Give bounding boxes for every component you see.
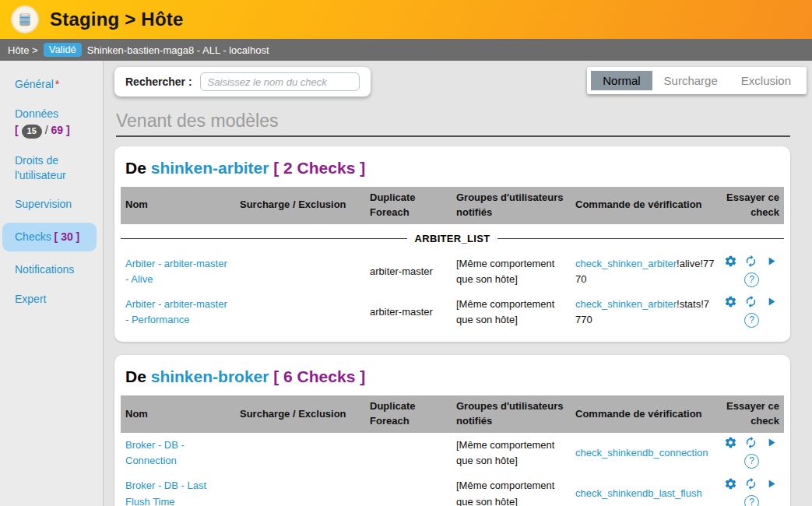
help-icon[interactable]: ? bbox=[744, 495, 759, 506]
card-title: De shinken-arbiter [ 2 Checks ] bbox=[125, 159, 779, 177]
actions-cell: ? bbox=[719, 473, 784, 506]
sync-icon[interactable] bbox=[744, 255, 758, 268]
duplicate-cell bbox=[365, 433, 452, 473]
groups-cell: [Même comportement que son hôte] bbox=[452, 292, 571, 332]
checks-table: Nom Surcharge / Exclusion Duplicate Fore… bbox=[121, 187, 784, 332]
mode-tab-bar: Normal Surcharge Exclusion bbox=[587, 67, 807, 94]
groups-cell: [Même comportement que son hôte] bbox=[452, 473, 571, 506]
card-title-prefix: De bbox=[125, 367, 146, 385]
gear-icon[interactable] bbox=[724, 295, 737, 308]
play-icon[interactable] bbox=[765, 255, 778, 268]
tab-normal[interactable]: Normal bbox=[591, 71, 652, 90]
help-icon[interactable]: ? bbox=[744, 313, 759, 328]
sidebar-item-label: Général bbox=[15, 78, 54, 90]
page-title: Staging > Hôte bbox=[50, 9, 183, 30]
template-link[interactable]: shinken-broker bbox=[151, 367, 269, 385]
help-icon[interactable]: ? bbox=[744, 272, 759, 287]
col-essayer: Essayer ce check bbox=[719, 187, 784, 224]
required-mark: * bbox=[55, 78, 59, 90]
surcharge-cell bbox=[235, 292, 365, 332]
col-surcharge: Surcharge / Exclusion bbox=[235, 395, 365, 433]
col-essayer: Essayer ce check bbox=[719, 395, 784, 433]
actions-cell: ? bbox=[719, 251, 784, 292]
bracket: [ bbox=[15, 124, 19, 136]
main-content: Rechercher : Normal Surcharge Exclusion … bbox=[104, 61, 812, 506]
template-card-broker: De shinken-broker [ 6 Checks ] Nom Surch… bbox=[114, 355, 790, 506]
col-nom: Nom bbox=[121, 187, 235, 224]
gear-icon[interactable] bbox=[724, 255, 737, 268]
play-icon[interactable] bbox=[765, 295, 778, 308]
sidebar-item-label: Données bbox=[15, 107, 58, 120]
group-separator-row: ARBITER_LIST bbox=[121, 224, 784, 251]
slash: / bbox=[45, 124, 48, 136]
sidebar-item-checks[interactable]: Checks [ 30 ] bbox=[2, 223, 97, 251]
sidebar-item-label: Notifications bbox=[15, 263, 74, 276]
breadcrumb-host: Shinken-bastien-maga8 - ALL - localhost bbox=[87, 44, 269, 56]
table-row: Broker - DB - Connection [Même comportem… bbox=[121, 433, 784, 473]
command-link[interactable]: check_shinken_arbiter bbox=[575, 298, 677, 310]
command-link[interactable]: check_shinken_arbiter bbox=[575, 258, 677, 269]
card-title-prefix: De bbox=[125, 159, 146, 177]
check-name-link[interactable]: Arbiter - arbiter-master - Performance bbox=[125, 298, 227, 325]
col-commande: Commande de vérification bbox=[571, 395, 719, 433]
count-badge: 15 bbox=[22, 125, 42, 139]
table-row: Arbiter - arbiter-master - Performance a… bbox=[121, 292, 784, 332]
command-cell: check_shinken_arbiter!stats!7770 bbox=[571, 292, 719, 332]
separator-line bbox=[121, 238, 407, 239]
groups-cell: [Même comportement que son hôte] bbox=[452, 433, 571, 473]
check-name-link[interactable]: Broker - DB - Last Flush Time bbox=[125, 480, 206, 506]
group-label: ARBITER_LIST bbox=[415, 231, 490, 247]
help-icon[interactable]: ? bbox=[744, 454, 759, 469]
check-name-link[interactable]: Broker - DB - Connection bbox=[125, 439, 185, 466]
breadcrumb-section[interactable]: Hôte > bbox=[8, 44, 38, 56]
tab-exclusion[interactable]: Exclusion bbox=[729, 71, 803, 90]
separator-line bbox=[497, 238, 784, 239]
breadcrumb: Hôte > Validé Shinken-bastien-maga8 - AL… bbox=[0, 39, 812, 61]
col-commande: Commande de vérification bbox=[571, 187, 719, 224]
table-header-row: Nom Surcharge / Exclusion Duplicate Fore… bbox=[121, 187, 784, 224]
sidebar-item-label: Expert bbox=[15, 293, 46, 305]
duplicate-cell bbox=[365, 473, 452, 506]
total-count: 69 bbox=[51, 124, 63, 136]
sidebar: Général* Données [ 15 / 69 ] Droits de l… bbox=[0, 61, 104, 506]
section-title: Venant des modèles bbox=[116, 111, 790, 137]
surcharge-cell bbox=[235, 473, 365, 506]
duplicate-cell: arbiter-master bbox=[365, 251, 452, 292]
surcharge-cell bbox=[235, 251, 365, 292]
actions-cell: ? bbox=[719, 292, 784, 332]
tab-surcharge[interactable]: Surcharge bbox=[652, 71, 729, 90]
command-link[interactable]: check_shinkendb_last_flush bbox=[575, 487, 702, 499]
checks-count: 30 bbox=[61, 230, 73, 243]
sidebar-item-supervision[interactable]: Supervision bbox=[0, 193, 103, 216]
surcharge-cell bbox=[235, 433, 365, 473]
search-input[interactable] bbox=[200, 72, 360, 91]
gear-icon[interactable] bbox=[724, 436, 737, 449]
card-checks-count: [ 2 Checks ] bbox=[273, 159, 365, 177]
col-nom: Nom bbox=[121, 395, 235, 433]
col-surcharge: Surcharge / Exclusion bbox=[235, 187, 365, 224]
sidebar-item-droits[interactable]: Droits de l'utilisateur bbox=[0, 149, 103, 187]
sync-icon[interactable] bbox=[744, 477, 758, 490]
play-icon[interactable] bbox=[765, 477, 778, 490]
template-link[interactable]: shinken-arbiter bbox=[151, 159, 269, 177]
play-icon[interactable] bbox=[765, 436, 778, 449]
sidebar-item-expert[interactable]: Expert bbox=[0, 288, 103, 311]
search-label: Rechercher : bbox=[125, 76, 192, 88]
bracket: ] bbox=[66, 124, 70, 136]
template-card-arbiter: De shinken-arbiter [ 2 Checks ] Nom Surc… bbox=[114, 146, 790, 342]
sidebar-item-notifications[interactable]: Notifications bbox=[0, 258, 103, 281]
checks-table: Nom Surcharge / Exclusion Duplicate Fore… bbox=[121, 395, 784, 506]
sync-icon[interactable] bbox=[744, 295, 758, 308]
command-cell: check_shinken_arbiter!alive!7770 bbox=[571, 251, 719, 292]
bracket: ] bbox=[76, 230, 80, 243]
col-groupes: Groupes d'utilisateurs notifiés bbox=[452, 395, 571, 433]
sync-icon[interactable] bbox=[744, 436, 758, 449]
sidebar-item-donnees[interactable]: Données [ 15 / 69 ] bbox=[0, 103, 103, 142]
col-duplicate: Duplicate Foreach bbox=[365, 395, 452, 433]
check-name-link[interactable]: Arbiter - arbiter-master - Alive bbox=[125, 258, 227, 285]
command-link[interactable]: check_shinkendb_connection bbox=[575, 447, 708, 459]
table-header-row: Nom Surcharge / Exclusion Duplicate Fore… bbox=[121, 395, 784, 433]
status-badge: Validé bbox=[44, 43, 82, 57]
gear-icon[interactable] bbox=[724, 477, 737, 490]
sidebar-item-general[interactable]: Général* bbox=[0, 73, 103, 96]
